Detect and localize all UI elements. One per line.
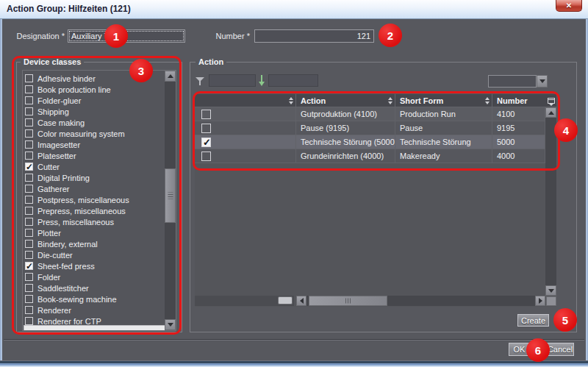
scroll-left-button[interactable]: [296, 296, 306, 306]
action-combobox[interactable]: [488, 75, 548, 88]
checkbox[interactable]: [25, 174, 33, 182]
checkbox[interactable]: [25, 240, 33, 248]
device-class-item[interactable]: Digital Printing: [23, 172, 166, 183]
checkbox[interactable]: [25, 129, 33, 138]
scroll-down-button[interactable]: [545, 285, 556, 296]
checkbox[interactable]: [25, 140, 33, 149]
device-class-label: Sheet-fed press: [37, 262, 95, 271]
table-vertical-scrollbar[interactable]: [545, 107, 556, 296]
filter-input[interactable]: [209, 74, 256, 87]
device-class-item[interactable]: Color measuring system: [23, 128, 166, 139]
column-settings-button[interactable]: [545, 94, 556, 107]
designation-label: Designation *: [6, 32, 65, 40]
device-class-item[interactable]: Die-cutter: [23, 249, 166, 260]
device-class-item[interactable]: Sheet-fed press: [23, 260, 166, 271]
device-class-label: Postpress, miscellaneous: [37, 196, 129, 204]
checkbox[interactable]: [25, 262, 33, 270]
scrollbar-thumb[interactable]: [278, 296, 293, 304]
sort-arrows-icon[interactable]: [388, 97, 392, 104]
cancel-button[interactable]: Cancel: [546, 343, 574, 356]
cell-short-form: Pause: [395, 121, 492, 135]
checkbox[interactable]: [25, 317, 33, 325]
device-class-label: Plotter: [37, 229, 61, 238]
device-class-item[interactable]: Folder: [23, 271, 166, 282]
checkbox[interactable]: [25, 185, 33, 193]
header-checkbox-column[interactable]: [195, 94, 296, 107]
table-row[interactable]: Pause (9195) Pause 9195: [195, 121, 545, 135]
checkbox[interactable]: [25, 218, 33, 226]
checkbox[interactable]: [25, 229, 33, 237]
table-horizontal-scrollbar-stub[interactable]: [195, 296, 294, 306]
header-short-form-column[interactable]: Short Form: [395, 94, 492, 107]
table-row[interactable]: Technische Störung (5000) Technische Stö…: [195, 135, 545, 149]
combobox-dropdown-button[interactable]: [537, 75, 548, 88]
device-class-item[interactable]: Bindery, external: [23, 238, 166, 249]
device-class-item[interactable]: Gatherer: [23, 183, 166, 194]
scroll-right-button[interactable]: [535, 296, 545, 306]
header-number-column[interactable]: Number: [492, 94, 545, 107]
checkbox[interactable]: [201, 110, 211, 119]
device-class-item[interactable]: Postpress, miscellaneous: [23, 194, 166, 205]
checkbox[interactable]: [25, 207, 33, 215]
device-class-item[interactable]: Press, miscellaneous: [23, 216, 166, 227]
device-class-item[interactable]: Saddlestitcher: [23, 282, 166, 293]
device-class-list-items: Adhesive binder Book production line Fol…: [23, 71, 166, 327]
checkbox[interactable]: [25, 196, 33, 204]
device-class-item[interactable]: Folder-gluer: [23, 95, 166, 106]
scroll-up-button[interactable]: [165, 71, 176, 82]
footer-separator: [4, 339, 584, 341]
window-border-bottom: [0, 360, 588, 367]
device-class-item[interactable]: Case making: [23, 117, 166, 128]
checkbox[interactable]: [25, 96, 33, 104]
title-bar[interactable]: Action Group: Hilfzeiten (121) ✕: [0, 0, 588, 19]
filter-icon: [195, 76, 206, 86]
checkbox[interactable]: [25, 74, 33, 82]
close-button[interactable]: ✕: [556, 0, 582, 12]
device-class-item[interactable]: Platesetter: [23, 150, 166, 161]
table-horizontal-scrollbar[interactable]: [296, 296, 545, 306]
checkbox[interactable]: [25, 295, 33, 303]
scrollbar-thumb[interactable]: [165, 168, 176, 223]
cell-action: Grundeinrichten (4000): [296, 149, 395, 163]
scrollbar-thumb[interactable]: [309, 296, 387, 306]
checkbox[interactable]: [25, 251, 33, 259]
checkbox[interactable]: [25, 163, 33, 171]
table-row[interactable]: Grundeinrichten (4000) Makeready 4000: [195, 149, 545, 163]
device-class-item[interactable]: Imagesetter: [23, 139, 166, 150]
number-input[interactable]: 121: [254, 29, 374, 43]
checkbox[interactable]: [25, 306, 33, 314]
device-class-item[interactable]: Cutter: [23, 161, 166, 172]
device-class-label: Gatherer: [37, 185, 69, 193]
list-horizontal-scrollbar[interactable]: [24, 325, 165, 331]
device-class-item[interactable]: Prepress, miscellaneous: [23, 205, 166, 216]
device-class-list[interactable]: Adhesive binder Book production line Fol…: [22, 70, 176, 331]
sort-arrows-icon[interactable]: [289, 97, 293, 104]
device-class-item[interactable]: Book-sewing machine: [23, 293, 166, 304]
checkbox[interactable]: [25, 118, 33, 127]
scroll-down-button[interactable]: [165, 319, 176, 330]
cell-number: 4000: [492, 149, 545, 163]
checkbox[interactable]: [25, 273, 33, 281]
checkbox[interactable]: [201, 138, 211, 147]
checkbox[interactable]: [25, 85, 33, 93]
device-class-item[interactable]: Plotter: [23, 227, 166, 238]
dialog-window: Action Group: Hilfzeiten (121) ✕ Designa…: [0, 0, 588, 367]
arrow-down-icon: [548, 289, 554, 293]
header-action-column[interactable]: Action: [296, 94, 395, 107]
checkbox[interactable]: [25, 152, 33, 160]
list-vertical-scrollbar[interactable]: [165, 71, 176, 330]
sort-arrows-icon[interactable]: [485, 97, 490, 104]
device-class-item[interactable]: Shipping: [23, 106, 166, 117]
combobox-value[interactable]: [488, 75, 537, 88]
checkbox[interactable]: [201, 124, 211, 133]
table-row[interactable]: Gutproduktion (4100) Production Run 4100: [195, 107, 545, 121]
sort-input[interactable]: [268, 74, 318, 87]
checkbox[interactable]: [25, 107, 33, 115]
checkbox[interactable]: [25, 284, 33, 292]
create-button[interactable]: Create: [517, 314, 549, 327]
device-class-label: Folder-gluer: [37, 96, 81, 105]
scroll-up-button[interactable]: [545, 107, 556, 118]
device-class-item[interactable]: Book production line: [23, 84, 166, 95]
checkbox[interactable]: [201, 152, 211, 161]
device-class-item[interactable]: Renderer: [23, 304, 166, 316]
